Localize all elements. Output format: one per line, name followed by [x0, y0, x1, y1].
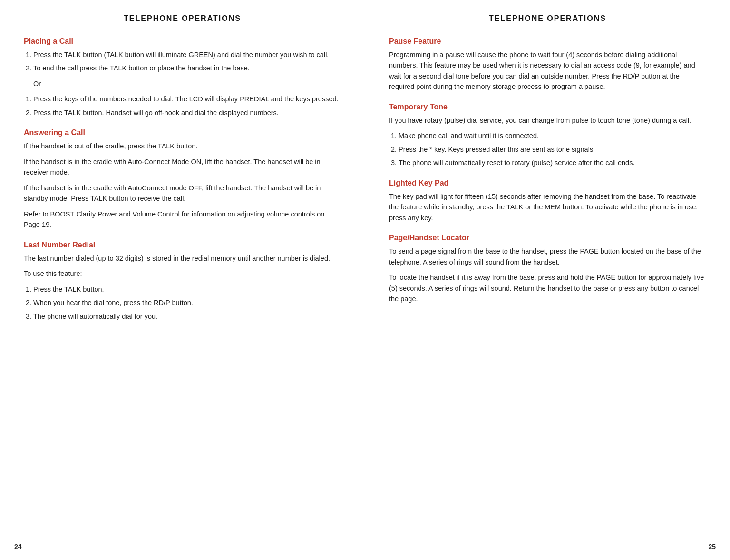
placing-list-1: Press the TALK button (TALK button will … — [33, 49, 341, 74]
list-item: Press the TALK button (TALK button will … — [33, 49, 341, 60]
section-temporary-tone: Temporary Tone If you have rotary (pulse… — [389, 103, 706, 168]
page-number-left: 24 — [14, 543, 22, 550]
page-left: TELEPHONE OPERATIONS Placing a Call Pres… — [0, 0, 365, 560]
list-item: Press the * key. Keys pressed after this… — [399, 144, 706, 155]
section-pause-feature: Pause Feature Programming in a pause wil… — [389, 37, 706, 92]
section-title-placing: Placing a Call — [24, 37, 341, 46]
answering-p2: If the handset is in the cradle with Aut… — [24, 157, 341, 178]
section-placing-a-call: Placing a Call Press the TALK button (TA… — [24, 37, 341, 118]
page-container: TELEPHONE OPERATIONS Placing a Call Pres… — [0, 0, 730, 560]
list-item: Press the TALK button. Handset will go o… — [33, 108, 341, 118]
list-item: To end the call press the TALK button or… — [33, 63, 341, 73]
section-title-answering: Answering a Call — [24, 128, 341, 137]
page-number-right: 25 — [708, 543, 716, 550]
right-header: TELEPHONE OPERATIONS — [389, 14, 706, 23]
section-page-handset-locator: Page/Handset Locator To send a page sign… — [389, 234, 706, 304]
section-answering-a-call: Answering a Call If the handset is out o… — [24, 128, 341, 230]
section-lighted-key-pad: Lighted Key Pad The key pad will light f… — [389, 179, 706, 223]
answering-p4: Refer to BOOST Clarity Power and Volume … — [24, 209, 341, 230]
answering-p1: If the handset is out of the cradle, pre… — [24, 141, 341, 151]
temp-tone-list: Make phone call and wait until it is con… — [399, 130, 706, 168]
list-item: Press the TALK button. — [33, 284, 341, 295]
list-item: The phone will automatically reset to ro… — [399, 157, 706, 168]
section-title-temporary-tone: Temporary Tone — [389, 103, 706, 111]
section-last-number-redial: Last Number Redial The last number diale… — [24, 241, 341, 322]
locator-p2: To locate the handset if it is away from… — [389, 272, 706, 304]
page-right: TELEPHONE OPERATIONS Pause Feature Progr… — [365, 0, 730, 560]
left-header: TELEPHONE OPERATIONS — [24, 14, 341, 23]
redial-list: Press the TALK button. When you hear the… — [33, 284, 341, 322]
placing-list-2: Press the keys of the numbers needed to … — [33, 94, 341, 118]
pause-p1: Programming in a pause will cause the ph… — [389, 49, 706, 92]
redial-p2: To use this feature: — [24, 268, 341, 279]
section-title-pause: Pause Feature — [389, 37, 706, 46]
or-text: Or — [33, 79, 341, 89]
list-item: Press the keys of the numbers needed to … — [33, 94, 341, 104]
list-item: Make phone call and wait until it is con… — [399, 130, 706, 141]
locator-p1: To send a page signal from the base to t… — [389, 246, 706, 267]
list-item: When you hear the dial tone, press the R… — [33, 297, 341, 308]
section-title-lighted: Lighted Key Pad — [389, 179, 706, 187]
lighted-p1: The key pad will light for fifteen (15) … — [389, 191, 706, 223]
temp-tone-p1: If you have rotary (pulse) dial service,… — [389, 115, 706, 126]
answering-p3: If the handset is in the cradle with Aut… — [24, 183, 341, 204]
list-item: The phone will automatically dial for yo… — [33, 311, 341, 322]
section-title-locator: Page/Handset Locator — [389, 234, 706, 242]
section-title-redial: Last Number Redial — [24, 241, 341, 249]
redial-p1: The last number dialed (up to 32 digits)… — [24, 253, 341, 264]
